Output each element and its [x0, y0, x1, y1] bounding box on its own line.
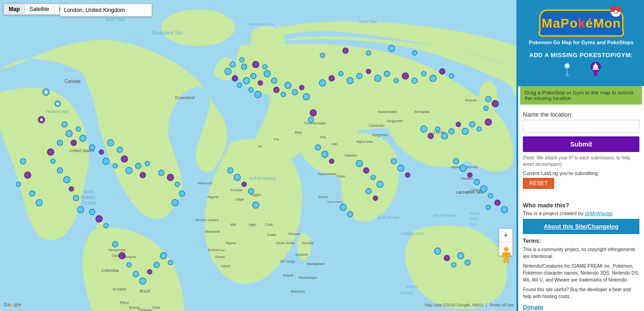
svg-text:Thailand: Thailand: [461, 177, 473, 180]
svg-text:Bay of Bengal: Bay of Bengal: [433, 213, 456, 217]
svg-point-94: [76, 127, 81, 131]
svg-text:Ire: Ire: [258, 145, 262, 148]
sidebar: MaPokéMon Pokemon Go Map for Gyms and Po…: [517, 0, 644, 311]
svg-point-119: [36, 200, 42, 206]
svg-text:Mali: Mali: [230, 223, 236, 226]
svg-text:Colombia: Colombia: [101, 268, 119, 273]
location-name-input[interactable]: [523, 120, 639, 133]
svg-point-207: [444, 255, 450, 261]
zoom-in-button[interactable]: +: [499, 229, 512, 242]
svg-text:Canada: Canada: [64, 79, 81, 84]
svg-point-182: [485, 119, 492, 125]
svg-point-223: [366, 51, 371, 55]
svg-point-168: [412, 78, 417, 83]
svg-point-211: [308, 117, 314, 123]
svg-point-213: [391, 158, 397, 164]
svg-point-187: [480, 186, 487, 192]
svg-point-108: [47, 149, 54, 155]
svg-point-90: [40, 118, 43, 121]
svg-point-165: [384, 71, 390, 76]
svg-rect-232: [508, 252, 510, 257]
svg-rect-229: [503, 258, 506, 263]
svg-point-237: [565, 64, 569, 68]
svg-text:Chad: Chad: [265, 223, 273, 226]
svg-point-148: [249, 88, 253, 92]
svg-point-178: [456, 122, 461, 127]
satellite-tab[interactable]: Satellite: [25, 4, 54, 14]
google-logo: Google: [4, 302, 21, 307]
svg-point-128: [112, 241, 118, 247]
svg-point-123: [179, 191, 185, 196]
svg-point-111: [64, 176, 70, 183]
svg-text:North: North: [83, 189, 94, 194]
svg-point-124: [172, 200, 178, 206]
svg-point-188: [488, 194, 493, 198]
logo-image: MaPokéMon: [535, 5, 627, 39]
svg-text:Atlantic: Atlantic: [81, 195, 96, 200]
author-link[interactable]: @MrWjaster: [585, 211, 613, 216]
svg-text:Algeria: Algeria: [207, 195, 219, 199]
svg-text:Niger: Niger: [249, 223, 257, 227]
svg-point-106: [103, 158, 109, 164]
svg-point-150: [274, 87, 279, 93]
who-section: Who made this? This is a project created…: [518, 199, 644, 311]
svg-point-98: [107, 140, 114, 146]
gym-drag-icon[interactable]: [588, 62, 603, 79]
svg-point-1: [161, 9, 235, 46]
svg-text:Brazil: Brazil: [140, 289, 150, 293]
svg-text:Belur: Belur: [295, 131, 303, 134]
map-type-control: Map Satellite ⊞: [4, 4, 69, 15]
svg-text:Iran: Iran: [332, 142, 337, 146]
svg-point-170: [430, 75, 436, 82]
svg-point-202: [234, 174, 240, 181]
svg-point-117: [16, 182, 21, 187]
pokestop-drag-icon[interactable]: [560, 62, 574, 79]
svg-point-166: [394, 78, 398, 83]
svg-point-176: [441, 133, 448, 139]
svg-point-3: [214, 65, 223, 78]
svg-point-221: [320, 53, 325, 58]
svg-point-110: [57, 168, 63, 173]
svg-point-208: [451, 263, 456, 267]
svg-text:Mauritania: Mauritania: [205, 230, 220, 233]
svg-point-137: [225, 68, 231, 75]
svg-point-112: [69, 187, 74, 191]
svg-point-120: [158, 170, 164, 176]
svg-point-180: [469, 122, 475, 127]
svg-point-121: [167, 174, 174, 181]
svg-point-203: [242, 182, 246, 187]
svg-text:DR Congo: DR Congo: [280, 260, 295, 264]
svg-point-194: [371, 175, 375, 180]
search-input[interactable]: [60, 4, 152, 17]
svg-text:Ethiopia: Ethiopia: [288, 232, 300, 236]
svg-text:China: China: [469, 217, 479, 221]
svg-point-130: [127, 263, 131, 267]
about-btn[interactable]: About this Site/Changelog: [523, 219, 639, 234]
terms-link[interactable]: Terms of Use: [489, 303, 514, 307]
terms-text-2: Nintendo/Creatures Inc./GAME FREAK inc. …: [523, 263, 639, 283]
svg-text:Uzbekistan: Uzbekistan: [369, 124, 385, 127]
who-title: Who made this?: [523, 202, 639, 209]
svg-text:Ghana: Ghana: [215, 255, 225, 258]
map-tab[interactable]: Map: [4, 4, 24, 14]
svg-point-206: [434, 248, 441, 254]
svg-point-158: [319, 80, 326, 86]
svg-point-125: [89, 209, 95, 215]
svg-point-93: [71, 140, 76, 146]
svg-text:South: South: [470, 211, 480, 215]
svg-point-159: [329, 76, 334, 81]
svg-text:Gulf of Guinea: Gulf of Guinea: [249, 176, 275, 181]
reset-button[interactable]: RESET: [523, 178, 554, 189]
svg-point-140: [243, 77, 250, 84]
pegman-icon[interactable]: [500, 246, 513, 265]
donate-link[interactable]: Donate: [523, 304, 543, 311]
svg-text:Chile: Chile: [152, 305, 161, 310]
map-container[interactable]: Greenland Sea Baffin Bay Norwegian Sea K…: [0, 0, 517, 311]
svg-point-135: [160, 252, 167, 259]
svg-text:Norwegian Sea: Norwegian Sea: [249, 22, 274, 26]
svg-text:Madagascar: Madagascar: [307, 262, 325, 266]
svg-rect-231: [502, 252, 505, 257]
svg-point-204: [248, 188, 254, 194]
svg-rect-228: [504, 252, 508, 258]
submit-button[interactable]: Submit: [523, 136, 639, 152]
